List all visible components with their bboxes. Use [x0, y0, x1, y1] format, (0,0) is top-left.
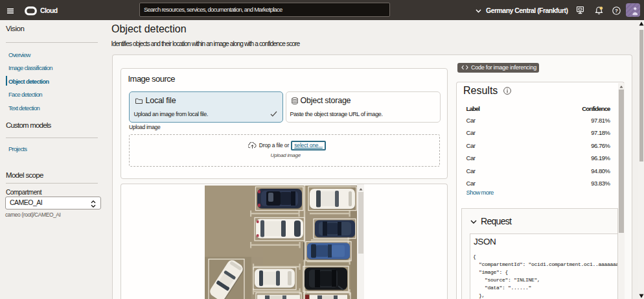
- svg-text:?: ?: [615, 8, 618, 14]
